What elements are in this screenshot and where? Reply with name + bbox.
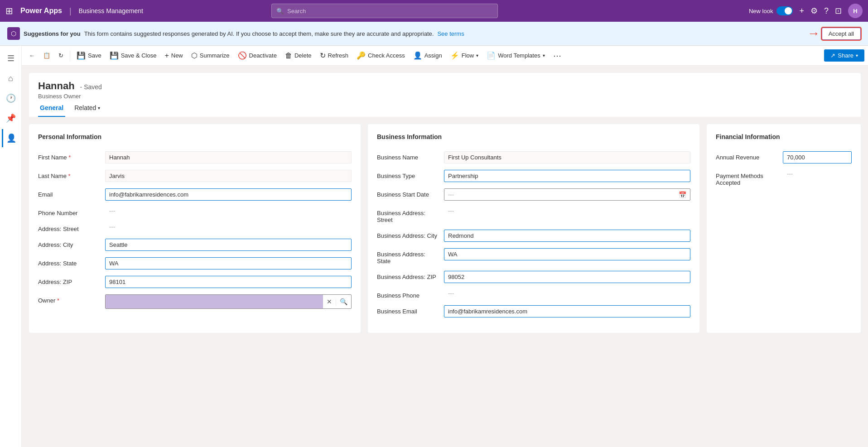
word-templates-button[interactable]: 📄 Word Templates ▾	[483, 48, 548, 62]
toolbar-sep-1	[70, 50, 70, 61]
delete-button[interactable]: 🗑 Delete	[281, 49, 315, 62]
biz-addr-street-value: ---	[444, 207, 690, 214]
sidebar-icon-recent[interactable]: 🕐	[2, 89, 20, 107]
first-name-value	[105, 151, 352, 163]
address-street-empty: ---	[105, 220, 119, 233]
payment-methods-field: Payment Methods Accepted ---	[716, 170, 852, 186]
word-templates-icon: 📄	[487, 51, 496, 60]
biz-email-input[interactable]	[444, 305, 690, 317]
save-icon: 💾	[77, 51, 86, 60]
word-templates-chevron-icon: ▾	[543, 53, 545, 58]
address-street-label: Address: Street	[38, 223, 101, 232]
personal-info-title: Personal Information	[38, 133, 352, 144]
address-city-label: Address: City	[38, 239, 101, 248]
last-name-input[interactable]	[105, 170, 352, 182]
biz-name-input[interactable]	[444, 151, 690, 163]
save-close-button[interactable]: 💾 Save & Close	[106, 48, 160, 62]
biz-email-value	[444, 305, 690, 317]
tab-general[interactable]: General	[38, 100, 65, 117]
biz-start-date-field: 📅	[444, 188, 690, 201]
settings-icon[interactable]: ⚙	[810, 6, 818, 16]
sidebar-icon-contacts[interactable]: 👤	[2, 129, 20, 147]
biz-addr-zip-input[interactable]	[444, 271, 690, 283]
financial-info-section: Financial Information Annual Revenue Pay…	[707, 124, 861, 333]
biz-type-input[interactable]	[444, 170, 690, 182]
assign-icon: 👤	[413, 51, 422, 60]
address-state-input[interactable]	[105, 257, 352, 269]
tab-related[interactable]: Related ▾	[72, 100, 102, 117]
new-button[interactable]: + New	[161, 49, 186, 62]
clipboard-button[interactable]: 📋	[39, 49, 54, 62]
sidebar-icon-pinned[interactable]: 📌	[2, 109, 20, 127]
biz-addr-state-input[interactable]	[444, 248, 690, 260]
left-sidebar: ☰ ⌂ 🕐 📌 👤	[0, 46, 22, 447]
assign-button[interactable]: 👤 Assign	[410, 48, 446, 62]
email-label: Email	[38, 188, 101, 198]
delete-icon: 🗑	[285, 52, 292, 60]
owner-search-button[interactable]: 🔍	[336, 298, 351, 305]
nav-separator: |	[69, 6, 72, 16]
refresh-small-button[interactable]: ↻	[55, 49, 67, 62]
deactivate-button[interactable]: 🚫 Deactivate	[234, 48, 280, 62]
refresh-label: Refresh	[328, 52, 349, 59]
owner-field: Owner ✕ 🔍	[38, 294, 352, 309]
payment-methods-empty: ---	[783, 167, 797, 180]
ai-icon: ⬡	[7, 27, 20, 40]
refresh-button[interactable]: ↻ Refresh	[316, 48, 352, 62]
biz-name-label: Business Name	[377, 151, 440, 161]
summarize-label: Summarize	[200, 52, 230, 59]
remote-icon[interactable]: ⊡	[835, 6, 842, 16]
address-street-field: Address: Street ---	[38, 223, 352, 232]
share-button[interactable]: ↗ Share ▾	[824, 49, 864, 62]
record-saved-label: - Saved	[80, 83, 102, 91]
sidebar-icon-home[interactable]: ⌂	[2, 69, 20, 87]
biz-start-date-input[interactable]	[444, 189, 675, 200]
user-avatar[interactable]: H	[848, 4, 863, 18]
save-button[interactable]: 💾 Save	[73, 48, 105, 62]
word-templates-label: Word Templates	[498, 52, 540, 59]
last-name-label: Last Name	[38, 170, 101, 179]
flow-label: Flow	[462, 52, 474, 59]
biz-addr-zip-label: Business Address: ZIP	[377, 271, 440, 280]
accept-all-button[interactable]: Accept all	[822, 28, 861, 40]
email-input[interactable]	[105, 188, 352, 201]
see-terms-link[interactable]: See terms	[437, 30, 464, 37]
phone-value: ---	[105, 207, 352, 214]
first-name-field: First Name	[38, 151, 352, 163]
address-zip-input[interactable]	[105, 276, 352, 288]
app-name: Power Apps	[20, 7, 62, 15]
phone-empty: ---	[105, 204, 119, 217]
biz-start-label: Business Start Date	[377, 188, 440, 198]
summarize-button[interactable]: ⬡ Summarize	[188, 48, 233, 62]
accept-all-arrow: →	[807, 26, 820, 41]
payment-methods-label: Payment Methods Accepted	[716, 170, 779, 186]
owner-clear-button[interactable]: ✕	[323, 298, 336, 305]
plus-icon[interactable]: +	[799, 6, 804, 16]
waffle-icon[interactable]: ⊞	[5, 5, 13, 16]
new-look-switch[interactable]	[776, 6, 793, 15]
email-field: Email	[38, 188, 352, 201]
save-close-label: Save & Close	[121, 52, 157, 59]
tab-related-label: Related	[74, 104, 96, 111]
refresh-small-icon: ↻	[58, 52, 63, 59]
more-options-button[interactable]: ⋯	[550, 48, 565, 63]
flow-button[interactable]: ⚡ Flow ▾	[447, 48, 482, 62]
help-icon[interactable]: ?	[824, 6, 829, 16]
delete-label: Delete	[294, 52, 312, 59]
calendar-icon[interactable]: 📅	[675, 191, 690, 198]
annual-revenue-input[interactable]	[783, 151, 852, 163]
biz-addr-city-input[interactable]	[444, 230, 690, 242]
content-area: ← 📋 ↻ 💾 Save 💾 Save & Close + New	[22, 46, 868, 447]
business-info-section: Business Information Business Name Busin…	[368, 124, 699, 333]
back-button[interactable]: ←	[25, 49, 39, 62]
search-bar[interactable]: 🔍 Search	[271, 4, 498, 18]
address-city-input[interactable]	[105, 239, 352, 251]
back-icon: ←	[29, 52, 35, 59]
sidebar-icon-menu[interactable]: ☰	[2, 49, 20, 67]
summarize-icon: ⬡	[191, 51, 198, 60]
share-icon: ↗	[830, 52, 835, 59]
first-name-input[interactable]	[105, 151, 352, 163]
new-look-toggle: New look	[749, 6, 793, 15]
biz-phone-field: Business Phone ---	[377, 289, 690, 299]
check-access-button[interactable]: 🔑 Check Access	[353, 48, 409, 62]
